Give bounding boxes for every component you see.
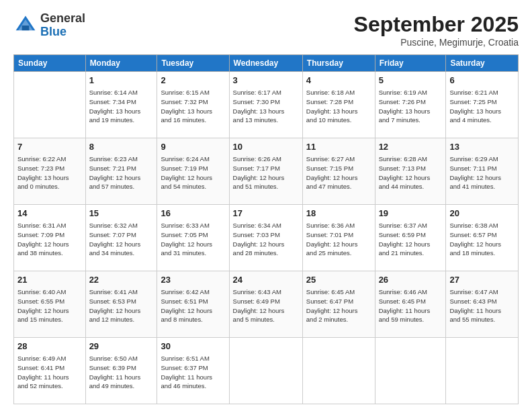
day-number: 10 bbox=[233, 141, 299, 153]
day-number: 4 bbox=[306, 75, 371, 87]
day-info: Sunrise: 6:19 AMSunset: 7:26 PMDaylight:… bbox=[379, 88, 443, 125]
calendar-cell: 3Sunrise: 6:17 AMSunset: 7:30 PMDaylight… bbox=[229, 72, 302, 138]
day-info: Sunrise: 6:27 AMSunset: 7:15 PMDaylight:… bbox=[306, 154, 371, 191]
day-number: 29 bbox=[89, 340, 154, 353]
day-number: 21 bbox=[17, 274, 82, 286]
day-number: 2 bbox=[161, 75, 225, 87]
day-number: 9 bbox=[161, 141, 225, 153]
weekday-header-sunday: Sunday bbox=[14, 55, 86, 72]
day-number: 23 bbox=[161, 274, 225, 286]
calendar-cell: 22Sunrise: 6:41 AMSunset: 6:53 PMDayligh… bbox=[85, 271, 157, 338]
day-info: Sunrise: 6:22 AMSunset: 7:23 PMDaylight:… bbox=[17, 154, 82, 191]
svg-rect-2 bbox=[22, 26, 30, 30]
day-number: 7 bbox=[17, 141, 82, 153]
day-info: Sunrise: 6:14 AMSunset: 7:34 PMDaylight:… bbox=[89, 88, 154, 125]
calendar-cell: 5Sunrise: 6:19 AMSunset: 7:26 PMDaylight… bbox=[375, 72, 446, 138]
day-number: 12 bbox=[379, 141, 443, 153]
weekday-header-tuesday: Tuesday bbox=[157, 55, 229, 72]
day-info: Sunrise: 6:33 AMSunset: 7:05 PMDaylight:… bbox=[161, 221, 225, 258]
day-number: 26 bbox=[379, 274, 443, 286]
day-info: Sunrise: 6:50 AMSunset: 6:39 PMDaylight:… bbox=[89, 354, 154, 391]
weekday-header-thursday: Thursday bbox=[302, 55, 375, 72]
day-number: 19 bbox=[379, 208, 443, 220]
logo-icon bbox=[13, 13, 38, 38]
calendar-cell: 19Sunrise: 6:37 AMSunset: 6:59 PMDayligh… bbox=[375, 205, 446, 271]
calendar-cell bbox=[302, 338, 375, 404]
calendar-cell: 7Sunrise: 6:22 AMSunset: 7:23 PMDaylight… bbox=[14, 138, 86, 205]
weekday-header-row: SundayMondayTuesdayWednesdayThursdayFrid… bbox=[14, 55, 519, 72]
day-info: Sunrise: 6:23 AMSunset: 7:21 PMDaylight:… bbox=[89, 154, 154, 191]
day-number: 25 bbox=[306, 274, 371, 286]
header: General Blue September 2025 Puscine, Meg… bbox=[13, 12, 519, 48]
weekday-header-monday: Monday bbox=[85, 55, 157, 72]
weekday-header-saturday: Saturday bbox=[446, 55, 519, 72]
calendar-cell bbox=[375, 338, 446, 404]
day-number: 5 bbox=[379, 75, 443, 87]
day-number: 24 bbox=[233, 274, 299, 286]
weekday-header-wednesday: Wednesday bbox=[229, 55, 302, 72]
day-info: Sunrise: 6:18 AMSunset: 7:28 PMDaylight:… bbox=[306, 88, 371, 125]
calendar-cell: 29Sunrise: 6:50 AMSunset: 6:39 PMDayligh… bbox=[85, 338, 157, 404]
logo-general: General bbox=[40, 12, 85, 26]
day-info: Sunrise: 6:28 AMSunset: 7:13 PMDaylight:… bbox=[379, 154, 443, 191]
calendar-cell: 17Sunrise: 6:34 AMSunset: 7:03 PMDayligh… bbox=[229, 205, 302, 271]
day-info: Sunrise: 6:46 AMSunset: 6:45 PMDaylight:… bbox=[379, 287, 443, 324]
day-number: 28 bbox=[17, 340, 82, 353]
logo: General Blue bbox=[13, 12, 85, 39]
day-number: 6 bbox=[449, 75, 515, 87]
day-number: 18 bbox=[306, 208, 371, 220]
calendar-cell: 9Sunrise: 6:24 AMSunset: 7:19 PMDaylight… bbox=[157, 138, 229, 205]
day-number: 3 bbox=[233, 75, 299, 87]
calendar-cell bbox=[229, 338, 302, 404]
day-info: Sunrise: 6:17 AMSunset: 7:30 PMDaylight:… bbox=[233, 88, 299, 125]
calendar-cell: 30Sunrise: 6:51 AMSunset: 6:37 PMDayligh… bbox=[157, 338, 229, 404]
day-info: Sunrise: 6:37 AMSunset: 6:59 PMDaylight:… bbox=[379, 221, 443, 258]
calendar-cell: 15Sunrise: 6:32 AMSunset: 7:07 PMDayligh… bbox=[85, 205, 157, 271]
day-number: 11 bbox=[306, 141, 371, 153]
day-info: Sunrise: 6:40 AMSunset: 6:55 PMDaylight:… bbox=[17, 287, 82, 324]
logo-blue: Blue bbox=[40, 26, 85, 39]
day-info: Sunrise: 6:38 AMSunset: 6:57 PMDaylight:… bbox=[449, 221, 515, 258]
day-info: Sunrise: 6:49 AMSunset: 6:41 PMDaylight:… bbox=[17, 354, 82, 391]
day-number: 27 bbox=[449, 274, 515, 286]
day-number: 13 bbox=[449, 141, 515, 153]
calendar-week-5: 28Sunrise: 6:49 AMSunset: 6:41 PMDayligh… bbox=[14, 338, 519, 404]
day-info: Sunrise: 6:36 AMSunset: 7:01 PMDaylight:… bbox=[306, 221, 371, 258]
calendar-cell: 28Sunrise: 6:49 AMSunset: 6:41 PMDayligh… bbox=[14, 338, 86, 404]
day-number: 17 bbox=[233, 208, 299, 220]
calendar-week-1: 1Sunrise: 6:14 AMSunset: 7:34 PMDaylight… bbox=[14, 72, 519, 138]
calendar-week-4: 21Sunrise: 6:40 AMSunset: 6:55 PMDayligh… bbox=[14, 271, 519, 338]
calendar-cell: 11Sunrise: 6:27 AMSunset: 7:15 PMDayligh… bbox=[302, 138, 375, 205]
day-number: 20 bbox=[449, 208, 515, 220]
day-number: 22 bbox=[89, 274, 154, 286]
calendar-cell: 21Sunrise: 6:40 AMSunset: 6:55 PMDayligh… bbox=[14, 271, 86, 338]
calendar-cell: 24Sunrise: 6:43 AMSunset: 6:49 PMDayligh… bbox=[229, 271, 302, 338]
calendar-week-2: 7Sunrise: 6:22 AMSunset: 7:23 PMDaylight… bbox=[14, 138, 519, 205]
calendar-cell bbox=[446, 338, 519, 404]
title-block: September 2025 Puscine, Megimurje, Croat… bbox=[354, 12, 519, 48]
calendar-cell: 14Sunrise: 6:31 AMSunset: 7:09 PMDayligh… bbox=[14, 205, 86, 271]
day-number: 1 bbox=[89, 75, 154, 87]
day-info: Sunrise: 6:51 AMSunset: 6:37 PMDaylight:… bbox=[161, 354, 225, 391]
calendar-cell: 12Sunrise: 6:28 AMSunset: 7:13 PMDayligh… bbox=[375, 138, 446, 205]
day-info: Sunrise: 6:47 AMSunset: 6:43 PMDaylight:… bbox=[449, 287, 515, 324]
calendar-cell bbox=[14, 72, 86, 138]
calendar-cell: 20Sunrise: 6:38 AMSunset: 6:57 PMDayligh… bbox=[446, 205, 519, 271]
calendar-cell: 8Sunrise: 6:23 AMSunset: 7:21 PMDaylight… bbox=[85, 138, 157, 205]
month-title: September 2025 bbox=[354, 12, 519, 37]
calendar-cell: 27Sunrise: 6:47 AMSunset: 6:43 PMDayligh… bbox=[446, 271, 519, 338]
calendar-cell: 2Sunrise: 6:15 AMSunset: 7:32 PMDaylight… bbox=[157, 72, 229, 138]
calendar-cell: 13Sunrise: 6:29 AMSunset: 7:11 PMDayligh… bbox=[446, 138, 519, 205]
day-number: 30 bbox=[161, 340, 225, 353]
day-info: Sunrise: 6:24 AMSunset: 7:19 PMDaylight:… bbox=[161, 154, 225, 191]
day-info: Sunrise: 6:34 AMSunset: 7:03 PMDaylight:… bbox=[233, 221, 299, 258]
page: General Blue September 2025 Puscine, Meg… bbox=[0, 0, 532, 411]
calendar-cell: 1Sunrise: 6:14 AMSunset: 7:34 PMDaylight… bbox=[85, 72, 157, 138]
calendar-cell: 26Sunrise: 6:46 AMSunset: 6:45 PMDayligh… bbox=[375, 271, 446, 338]
day-info: Sunrise: 6:43 AMSunset: 6:49 PMDaylight:… bbox=[233, 287, 299, 324]
day-info: Sunrise: 6:41 AMSunset: 6:53 PMDaylight:… bbox=[89, 287, 154, 324]
day-info: Sunrise: 6:15 AMSunset: 7:32 PMDaylight:… bbox=[161, 88, 225, 125]
calendar-cell: 10Sunrise: 6:26 AMSunset: 7:17 PMDayligh… bbox=[229, 138, 302, 205]
day-number: 16 bbox=[161, 208, 225, 220]
day-number: 14 bbox=[17, 208, 82, 220]
